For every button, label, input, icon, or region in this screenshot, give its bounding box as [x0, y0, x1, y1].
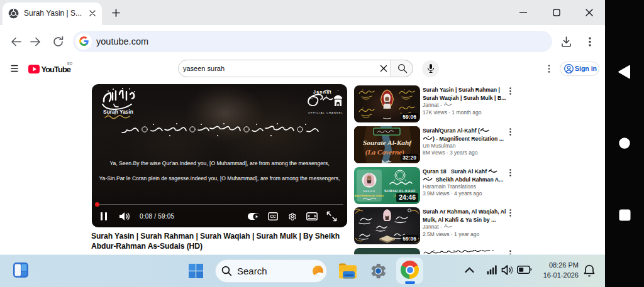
svg-text:(La Caverne): (La Caverne)	[365, 148, 405, 156]
svg-text:CC: CC	[270, 214, 276, 219]
svg-text:SURAH AL-KAHF: SURAH AL-KAHF	[384, 189, 416, 193]
svg-text:Sourate Al-Kahf: Sourate Al-Kahf	[363, 139, 412, 146]
svg-text:Abdul Rahman As Sudais: Abdul Rahman As Sudais	[354, 193, 384, 197]
svg-text:OFFICIAL CHANNEL: OFFICIAL CHANNEL	[308, 111, 343, 114]
svg-text:SHEIKH: SHEIKH	[364, 190, 375, 193]
svg-text:Surah Yasin: Surah Yasin	[103, 109, 133, 115]
